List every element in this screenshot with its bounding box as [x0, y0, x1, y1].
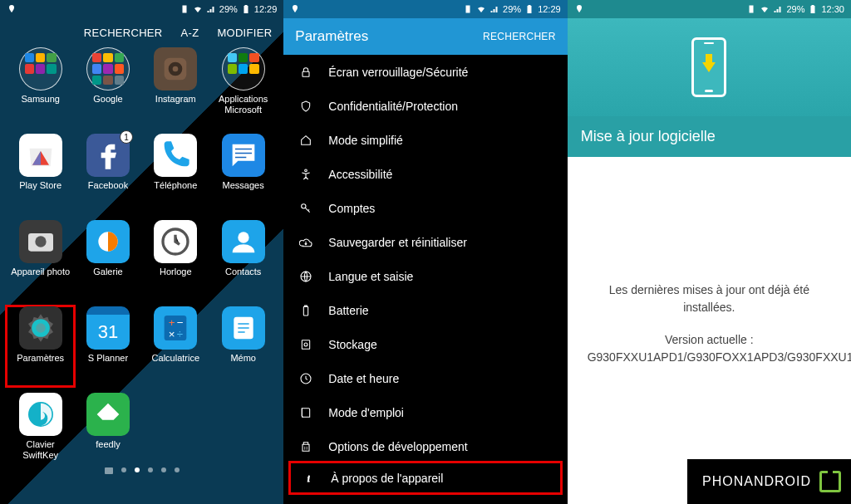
signal-icon: [206, 4, 216, 14]
update-status-text: Les dernières mises à jour ont déjà été …: [588, 281, 831, 316]
day-icon: 31: [86, 306, 130, 350]
status-time: 12:29: [538, 4, 561, 14]
app-feedly[interactable]: feedly: [74, 393, 141, 472]
svg-point-4: [35, 236, 46, 247]
app-label: Google: [93, 94, 122, 105]
svg-rect-22: [305, 306, 307, 306]
settings-row-label: Accessibilité: [328, 168, 392, 181]
app-samsung[interactable]: Samsung: [7, 47, 74, 127]
page-dot[interactable]: [135, 467, 140, 472]
svg-point-18: [305, 169, 307, 172]
app-appareil-photo[interactable]: Appareil photo: [7, 220, 74, 300]
app-messages[interactable]: Messages: [209, 134, 277, 213]
app-clavier-swiftkey[interactable]: Clavier SwiftKey: [7, 393, 74, 472]
page-indicator[interactable]: [0, 467, 283, 474]
home-page-dot[interactable]: [105, 467, 113, 474]
watermark-text: PHONANDROID: [702, 474, 811, 489]
settings-row-backup[interactable]: Sauvegarder et réinitialiser: [283, 225, 567, 259]
access-icon: [298, 167, 313, 182]
square-icon: [159, 52, 192, 86]
settings-row-book[interactable]: Mode d'emploi: [283, 395, 567, 429]
app-galerie[interactable]: Galerie: [74, 220, 141, 300]
app-play-store[interactable]: Play Store: [7, 134, 74, 213]
download-phone-icon: [691, 37, 726, 97]
drawer-az[interactable]: A-Z: [181, 27, 199, 39]
settings-search[interactable]: RECHERCHER: [483, 31, 556, 42]
battery-icon: [298, 303, 313, 318]
update-body: Les dernières mises à jour ont déjà été …: [568, 157, 851, 366]
status-time: 12:30: [821, 4, 844, 14]
info-icon: i: [301, 471, 316, 486]
settings-row-label: Stockage: [328, 338, 376, 351]
signal-icon: [489, 4, 499, 14]
app-grid: SamsungGoogleInstagramApplications Micro…: [0, 44, 283, 472]
settings-row-info[interactable]: iÀ propos de l'appareil: [288, 461, 562, 495]
screen-settings: 29% 12:29 Paramètres RECHERCHER Écran ve…: [283, 0, 567, 504]
settings-row-clock[interactable]: Date et heure: [283, 361, 567, 395]
svg-rect-21: [304, 306, 308, 316]
page-dot[interactable]: [161, 467, 166, 472]
app-label: Facebook: [88, 180, 128, 191]
drawer-actions: RECHERCHER A-Z MODIFIER: [0, 18, 283, 44]
app-facebook[interactable]: 1Facebook: [74, 134, 141, 213]
settings-row-home[interactable]: Mode simplifié: [283, 123, 567, 157]
svg-point-7: [238, 232, 248, 242]
settings-row-storage[interactable]: Stockage: [283, 327, 567, 361]
settings-row-access[interactable]: Accessibilité: [283, 157, 567, 191]
book-icon: [298, 405, 313, 420]
app-label: Calculatrice: [152, 353, 199, 364]
settings-row-shield[interactable]: Confidentialité/Protection: [283, 89, 567, 123]
settings-header: Paramètres RECHERCHER: [283, 18, 567, 55]
settings-list: Écran verrouillage/SécuritéConfidentiali…: [283, 55, 567, 492]
app-label: Samsung: [21, 94, 59, 105]
wifi-icon: [476, 4, 486, 14]
app-contacts[interactable]: Contacts: [209, 220, 277, 300]
settings-row-key[interactable]: Comptes: [283, 191, 567, 225]
app-google[interactable]: Google: [74, 47, 141, 127]
svg-rect-17: [303, 71, 309, 76]
battery-icon: [241, 4, 251, 14]
memo-icon: [227, 311, 260, 345]
settings-row-lock[interactable]: Écran verrouillage/Sécurité: [283, 55, 567, 89]
app-label: Paramètres: [17, 353, 64, 364]
app-t-l-phone[interactable]: Téléphone: [142, 134, 209, 213]
app-instagram[interactable]: Instagram: [142, 47, 209, 127]
status-bar: 29% 12:30: [568, 0, 851, 18]
home-icon: [298, 133, 313, 148]
wifi-icon: [760, 4, 770, 14]
feedly-icon: [91, 398, 125, 431]
drawer-search[interactable]: RECHERCHER: [84, 27, 163, 39]
screen-app-drawer: 29% 12:29 RECHERCHER A-Z MODIFIER Samsun…: [0, 0, 283, 504]
app-s-planner[interactable]: 31S Planner: [74, 306, 141, 386]
app-label: Clavier SwiftKey: [8, 439, 73, 460]
app-label: Play Store: [19, 180, 61, 191]
phone-icon: [159, 139, 192, 172]
vibrate-icon: [463, 4, 473, 14]
vibrate-icon: [180, 4, 189, 14]
location-icon: [290, 4, 300, 14]
app-horloge[interactable]: Horloge: [142, 220, 209, 300]
settings-row-label: Mode simplifié: [328, 134, 402, 147]
settings-row-globe[interactable]: Langue et saisie: [283, 259, 567, 293]
screen-update: 29% 12:30 Mise à jour logicielle Les der…: [568, 0, 851, 504]
settings-row-dev[interactable]: Options de développement: [283, 429, 567, 463]
page-dot[interactable]: [148, 467, 153, 472]
app-calculatrice[interactable]: +−×÷Calculatrice: [142, 306, 209, 386]
svg-point-2: [173, 66, 179, 72]
app-applications-microsoft[interactable]: Applications Microsoft: [209, 47, 277, 127]
app-label: Horloge: [160, 267, 192, 277]
update-version-text: Version actuelle : G930FXXU1APD1/G930FOX…: [588, 331, 831, 366]
page-dot[interactable]: [121, 467, 126, 472]
svg-text:×: ×: [169, 328, 175, 340]
app-m-mo[interactable]: Mémo: [209, 306, 277, 386]
storage-icon: [298, 337, 313, 352]
app-param-tres[interactable]: Paramètres: [7, 306, 74, 386]
settings-row-battery[interactable]: Batterie: [283, 293, 567, 327]
app-label: Galerie: [93, 267, 122, 277]
app-label: Mémo: [230, 353, 256, 364]
page-dot[interactable]: [175, 467, 180, 472]
settings-row-label: Batterie: [328, 304, 368, 317]
drawer-edit[interactable]: MODIFIER: [217, 27, 272, 39]
globe-icon: [298, 269, 313, 284]
phonandroid-logo-icon: [819, 471, 841, 492]
